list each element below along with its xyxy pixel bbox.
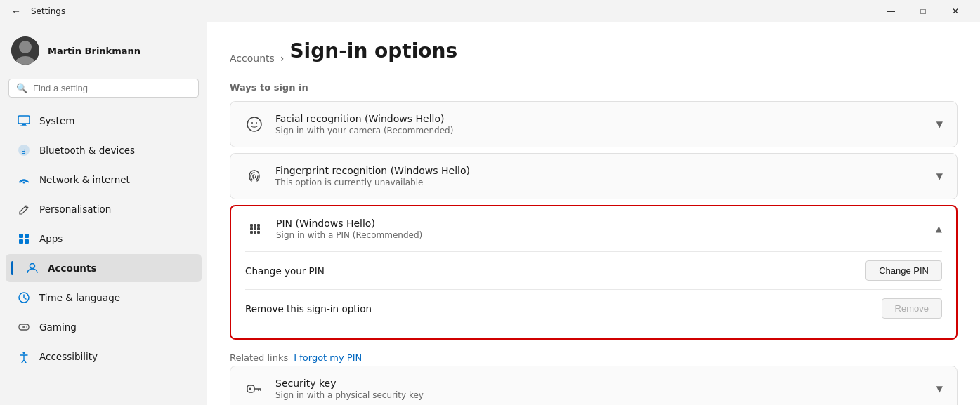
remove-signin-row: Remove this sign-in option Remove	[245, 289, 942, 327]
facial-text: Facial recognition (Windows Hello) Sign …	[275, 113, 453, 135]
pin-text: PIN (Windows Hello) Sign in with a PIN (…	[276, 218, 422, 240]
svg-point-20	[23, 352, 25, 354]
security-key-text: Security key Sign in with a physical sec…	[275, 378, 424, 400]
sidebar-item-system-label: System	[39, 115, 74, 126]
user-name: Martin Brinkmann	[48, 46, 141, 56]
fingerprint-chevron: ▼	[936, 171, 943, 181]
security-key-chevron: ▼	[936, 384, 943, 394]
sidebar-item-accessibility-label: Accessibility	[39, 351, 98, 362]
sidebar-item-time-label: Time & language	[39, 292, 120, 303]
face-icon	[244, 114, 264, 134]
sidebar-item-network[interactable]: Network & internet	[6, 166, 202, 194]
fingerprint-icon	[244, 166, 264, 186]
svg-rect-24	[250, 224, 253, 227]
security-key-header[interactable]: Security key Sign in with a physical sec…	[230, 366, 957, 405]
facial-title: Facial recognition (Windows Hello)	[275, 113, 453, 124]
change-pin-row: Change your PIN Change PIN	[245, 251, 942, 289]
titlebar: ← Settings — □ ✕	[0, 0, 980, 22]
svg-rect-28	[254, 227, 256, 230]
search-box[interactable]: 🔍	[8, 79, 199, 98]
fingerprint-header-left: Fingerprint recognition (Windows Hello) …	[244, 165, 470, 187]
sidebar: Martin Brinkmann 🔍 System ⅎ Bluetooth & …	[0, 22, 207, 405]
security-key-header-left: Security key Sign in with a physical sec…	[244, 378, 424, 400]
breadcrumb: Accounts › Sign-in options	[230, 39, 958, 77]
forgot-pin-link[interactable]: I forgot my PIN	[294, 352, 362, 363]
sidebar-item-time[interactable]: Time & language	[6, 284, 202, 312]
remove-signin-label: Remove this sign-in option	[245, 303, 372, 314]
breadcrumb-parent[interactable]: Accounts	[230, 53, 275, 64]
back-button[interactable]: ←	[8, 4, 24, 18]
apps-icon	[17, 232, 31, 246]
remove-button[interactable]: Remove	[882, 298, 942, 319]
svg-point-22	[251, 122, 253, 124]
maximize-button[interactable]: □	[907, 0, 939, 22]
change-pin-button[interactable]: Change PIN	[865, 260, 942, 281]
search-icon: 🔍	[16, 83, 27, 93]
key-icon	[244, 379, 264, 399]
sidebar-item-personalisation-label: Personalisation	[39, 204, 111, 215]
pencil-icon	[17, 202, 31, 216]
breadcrumb-separator: ›	[280, 53, 285, 64]
active-indicator	[11, 261, 13, 275]
avatar	[11, 36, 39, 65]
pin-header-left: PIN (Windows Hello) Sign in with a PIN (…	[245, 218, 422, 240]
svg-rect-30	[250, 231, 253, 234]
pin-card-body: Change your PIN Change PIN Remove this s…	[231, 251, 956, 338]
section-title: Ways to sign in	[230, 82, 958, 93]
sidebar-item-system[interactable]: System	[6, 107, 202, 135]
svg-rect-9	[19, 234, 23, 238]
clock-icon	[17, 291, 31, 305]
pin-icon	[245, 219, 265, 239]
bluetooth-icon: ⅎ	[17, 143, 31, 157]
sidebar-item-accessibility[interactable]: Accessibility	[6, 343, 202, 371]
svg-rect-5	[20, 126, 27, 126]
close-button[interactable]: ✕	[939, 0, 972, 22]
facial-subtitle: Sign in with your camera (Recommended)	[275, 126, 453, 135]
sidebar-item-apps[interactable]: Apps	[6, 225, 202, 253]
accessibility-icon	[17, 350, 31, 364]
sidebar-item-bluetooth-label: Bluetooth & devices	[39, 145, 135, 156]
minimize-button[interactable]: —	[875, 0, 907, 22]
svg-point-1	[19, 41, 32, 53]
svg-rect-31	[254, 231, 256, 234]
svg-point-8	[23, 182, 25, 184]
sidebar-item-network-label: Network & internet	[39, 174, 130, 185]
svg-rect-32	[257, 231, 260, 234]
sidebar-item-bluetooth[interactable]: ⅎ Bluetooth & devices	[6, 136, 202, 164]
network-icon	[17, 173, 31, 187]
fingerprint-text: Fingerprint recognition (Windows Hello) …	[275, 165, 470, 187]
svg-rect-29	[257, 227, 260, 230]
facial-recognition-header[interactable]: Facial recognition (Windows Hello) Sign …	[230, 102, 957, 147]
app-body: Martin Brinkmann 🔍 System ⅎ Bluetooth & …	[0, 22, 980, 405]
svg-point-13	[30, 264, 35, 269]
svg-rect-27	[250, 227, 253, 230]
pin-card: PIN (Windows Hello) Sign in with a PIN (…	[230, 205, 958, 340]
svg-point-23	[256, 122, 257, 124]
fingerprint-header[interactable]: Fingerprint recognition (Windows Hello) …	[230, 154, 957, 199]
security-key-card: Security key Sign in with a physical sec…	[230, 366, 958, 405]
pin-title: PIN (Windows Hello)	[276, 218, 422, 229]
sidebar-item-accounts-label: Accounts	[48, 263, 96, 274]
sidebar-item-personalisation[interactable]: Personalisation	[6, 195, 202, 223]
sidebar-item-gaming-label: Gaming	[39, 321, 77, 333]
search-input[interactable]	[33, 83, 191, 93]
svg-point-21	[247, 117, 261, 131]
security-key-title: Security key	[275, 378, 424, 389]
fingerprint-subtitle: This option is currently unavailable	[275, 178, 470, 187]
svg-rect-25	[254, 224, 256, 227]
sidebar-item-accounts[interactable]: Accounts	[6, 254, 202, 282]
related-links: Related links I forgot my PIN	[230, 345, 958, 366]
security-key-subtitle: Sign in with a physical security key	[275, 390, 424, 400]
svg-rect-12	[25, 239, 29, 244]
user-section: Martin Brinkmann	[0, 28, 207, 76]
sidebar-item-gaming[interactable]: Gaming	[6, 313, 202, 341]
svg-rect-3	[18, 116, 30, 124]
svg-point-19	[26, 327, 27, 328]
svg-rect-11	[19, 239, 23, 244]
svg-point-18	[26, 326, 27, 327]
pin-chevron: ▲	[936, 224, 942, 234]
svg-rect-26	[257, 224, 260, 227]
fingerprint-title: Fingerprint recognition (Windows Hello)	[275, 165, 470, 176]
gaming-icon	[17, 320, 31, 334]
pin-header[interactable]: PIN (Windows Hello) Sign in with a PIN (…	[231, 206, 956, 251]
